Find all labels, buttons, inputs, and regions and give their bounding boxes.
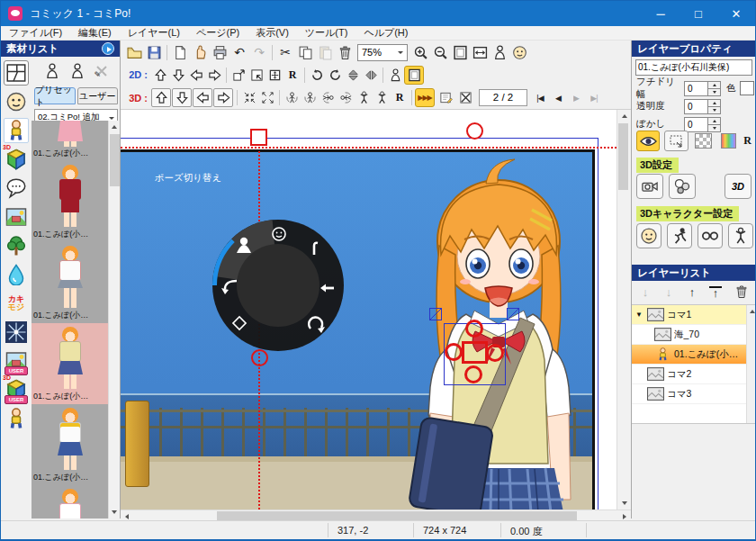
- move-layer-bottom-button[interactable]: ↓: [639, 287, 652, 298]
- rotate-cw-button[interactable]: [326, 66, 344, 85]
- reset-figure-button[interactable]: [386, 66, 404, 85]
- face-stamp-button[interactable]: [509, 43, 529, 62]
- menu-view[interactable]: 表示(V): [248, 26, 297, 40]
- reset-properties-button[interactable]: R: [743, 134, 752, 148]
- speech-balloon-icon[interactable]: [4, 176, 29, 201]
- background-icon[interactable]: [4, 204, 29, 230]
- tilt-character-left-button[interactable]: [319, 88, 337, 107]
- gizmo-corner-right[interactable]: [507, 308, 519, 320]
- minimize-button[interactable]: ─: [642, 1, 680, 26]
- move-layer-up-button[interactable]: ↑: [686, 287, 698, 298]
- first-page-button[interactable]: |◀: [531, 94, 549, 103]
- fit-panel-button[interactable]: [266, 66, 284, 85]
- tilt-character-right-button[interactable]: [337, 88, 355, 107]
- character-2d-icon[interactable]: [4, 89, 29, 114]
- kakimoji-icon[interactable]: カキモジ: [4, 291, 29, 316]
- material-item[interactable]: 01.こみぽ(小…: [32, 404, 109, 485]
- tab-preset[interactable]: プリセット: [34, 87, 76, 104]
- blur-input[interactable]: [684, 117, 708, 132]
- canvas[interactable]: ポーズ切り替え: [121, 110, 616, 509]
- zoom-in-button[interactable]: [410, 43, 430, 62]
- layer-row-character[interactable]: 01.こみぽ(小…: [632, 345, 746, 365]
- nature-item-icon[interactable]: [4, 233, 29, 258]
- scroll-down-arrow[interactable]: [617, 497, 631, 509]
- paste-button[interactable]: [315, 43, 335, 62]
- rotate-ccw-button[interactable]: [308, 66, 326, 85]
- layer-tree-scrollbar[interactable]: [746, 305, 756, 423]
- open-button[interactable]: [124, 43, 144, 62]
- flip-vertical-button[interactable]: [344, 66, 362, 85]
- move-left-3d-button[interactable]: [193, 88, 212, 107]
- move-layer-down-button[interactable]: ↓: [662, 287, 675, 298]
- move-down-2d-button[interactable]: [169, 66, 187, 85]
- layer-row-sea[interactable]: 海_70: [632, 325, 746, 345]
- move-left-2d-button[interactable]: [187, 66, 205, 85]
- item-3d-icon[interactable]: 3D: [4, 147, 29, 172]
- panel-layout-icon[interactable]: [4, 60, 29, 86]
- effect-flash-icon[interactable]: [4, 320, 29, 345]
- visibility-button[interactable]: [636, 131, 660, 151]
- scroll-up-arrow[interactable]: [617, 110, 631, 122]
- page-setup-button[interactable]: [170, 43, 190, 62]
- undo-button[interactable]: ↶: [230, 43, 249, 62]
- menu-layer[interactable]: レイヤー(L): [120, 26, 188, 40]
- add-character-button[interactable]: [44, 63, 60, 83]
- delete-page-button[interactable]: [455, 88, 475, 107]
- scrollbar-thumb[interactable]: [110, 134, 120, 186]
- fit-width-button[interactable]: [470, 43, 490, 62]
- edit-3d-button[interactable]: 3D: [724, 174, 752, 199]
- material-item[interactable]: 01.こみぽ(小…: [32, 121, 109, 161]
- gizmo-handle-up[interactable]: [465, 320, 483, 338]
- save-button[interactable]: [144, 43, 164, 62]
- effect-drop-icon[interactable]: [4, 262, 29, 287]
- stamp-mode-button[interactable]: [404, 66, 424, 85]
- character-3d-icon[interactable]: [4, 118, 29, 143]
- move-away-button[interactable]: [258, 88, 276, 107]
- scrollbar-thumb[interactable]: [618, 123, 628, 190]
- redo-button[interactable]: ↷: [249, 43, 269, 62]
- transparency-pattern-button[interactable]: [693, 131, 714, 151]
- material-item-selected[interactable]: 01.こみぽ(小…: [32, 323, 109, 404]
- scroll-down-arrow[interactable]: [109, 506, 120, 518]
- material-item[interactable]: 01.こみぽ(小…: [32, 161, 109, 242]
- expander-icon[interactable]: ▼: [635, 311, 644, 319]
- motion-settings-button[interactable]: [667, 223, 692, 248]
- layer-row-koma1[interactable]: ▼ コマ1: [632, 305, 746, 325]
- spin-up-button[interactable]: [708, 81, 721, 88]
- prev-page-button[interactable]: ◀: [549, 94, 567, 103]
- fit-page-button[interactable]: [450, 43, 470, 62]
- print-button[interactable]: [210, 43, 230, 62]
- gizmo-handle-right[interactable]: [486, 344, 504, 362]
- gizmo-handle-left[interactable]: [445, 343, 463, 361]
- opacity-input[interactable]: [684, 99, 708, 114]
- hand-tool-button[interactable]: [190, 43, 210, 62]
- corner-resize-handle[interactable]: [250, 129, 267, 146]
- character-tool-button[interactable]: [490, 43, 509, 62]
- outline-width-input[interactable]: [684, 81, 708, 96]
- delete-button[interactable]: [335, 43, 355, 62]
- gizmo-handle-down[interactable]: [464, 365, 482, 383]
- rotate-character-right-button[interactable]: [301, 88, 319, 107]
- material-item[interactable]: 01.こみぽ(小…: [32, 242, 109, 323]
- move-right-3d-button[interactable]: [213, 88, 233, 107]
- material-list-scrollbar[interactable]: [108, 121, 120, 518]
- scroll-up-arrow[interactable]: [747, 305, 756, 318]
- maximize-button[interactable]: □: [680, 1, 717, 26]
- flip-horizontal-button[interactable]: [362, 66, 380, 85]
- spin-down-button[interactable]: [708, 106, 721, 114]
- zoom-out-button[interactable]: [430, 43, 450, 62]
- camera-button[interactable]: [636, 174, 663, 199]
- spin-character-right-button[interactable]: [373, 88, 391, 107]
- rotate-character-left-button[interactable]: [283, 88, 301, 107]
- outline-color-swatch[interactable]: [740, 81, 754, 95]
- face-settings-button[interactable]: [636, 223, 662, 248]
- pose-next-button[interactable]: ▶▶▶: [415, 88, 435, 107]
- user-character-icon[interactable]: [4, 406, 29, 431]
- move-down-3d-button[interactable]: [172, 88, 192, 107]
- accessory-settings-button[interactable]: [698, 223, 723, 248]
- materials-button[interactable]: [669, 174, 696, 199]
- last-page-button[interactable]: ▶|: [585, 94, 603, 103]
- material-item[interactable]: [32, 485, 109, 518]
- menu-help[interactable]: ヘルプ(H): [356, 26, 416, 40]
- menu-edit[interactable]: 編集(E): [70, 26, 120, 40]
